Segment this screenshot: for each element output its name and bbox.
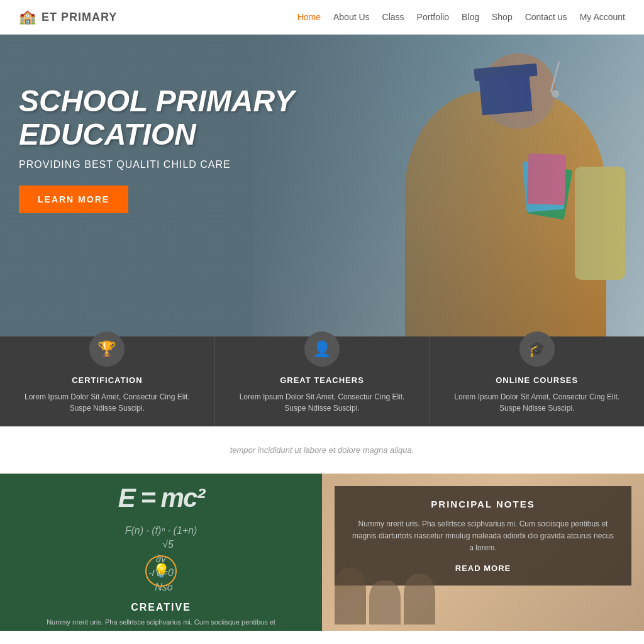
creative-desc: Nummy nrerit uris. Pha sellrtsce sciphva… (0, 618, 322, 631)
courses-desc: Lorem Ipsum Dolor Sit Amet, Consectur Ci… (448, 391, 625, 414)
feature-teachers: 👤 GREAT TEACHERS Lorem Ipsum Dolor Sit A… (215, 336, 430, 426)
certification-icon: 🏆 (89, 331, 125, 367)
hero-title: SCHOOL PRIMARY EDUCATION (19, 85, 294, 152)
feature-certification: 🏆 CERTIFICATION Lorem Ipsum Dolor Sit Am… (0, 336, 215, 426)
middle-section: tempor incididunt ut labore et dolore ma… (0, 426, 644, 474)
teachers-title: GREAT TEACHERS (280, 375, 364, 385)
hero-section: SCHOOL PRIMARY EDUCATION PROVIDING BEST … (0, 35, 644, 343)
hero-content: SCHOOL PRIMARY EDUCATION PROVIDING BEST … (0, 85, 313, 213)
certification-title: CERTIFICATION (72, 375, 142, 385)
principal-title: PRINCIPAL NOTES (350, 499, 616, 509)
courses-icon: 🎓 (519, 331, 555, 367)
site-logo: 🏫 ET PRIMARY (19, 9, 117, 25)
card-principal: PRINCIPAL NOTES Nummy nrerit uris. Pha s… (322, 474, 644, 631)
bottom-cards: E = mc² F(n) · (f)ⁿ · (1+n) √5 ∂v -rV=0 … (0, 474, 644, 631)
logo-text: ET PRIMARY (42, 11, 117, 24)
site-header: 🏫 ET PRIMARY Home About Us Class Portfol… (0, 0, 644, 35)
nav-contact[interactable]: Contact us (525, 12, 567, 22)
lightbulb-icon: 💡 (145, 555, 177, 587)
nav-account[interactable]: My Account (580, 12, 625, 22)
teachers-icon: 👤 (304, 331, 340, 367)
principal-desc: Nummy nrerit uris. Pha sellrtsce sciphva… (350, 518, 616, 555)
nav-about[interactable]: About Us (333, 12, 370, 22)
nav-home[interactable]: Home (297, 12, 321, 22)
main-nav: Home About Us Class Portfolio Blog Shop … (297, 12, 625, 22)
nav-blog[interactable]: Blog (462, 12, 479, 22)
creative-title: CREATIVE (0, 602, 322, 613)
certification-desc: Lorem Ipsum Dolor Sit Amet, Consectur Ci… (19, 391, 196, 414)
nav-portfolio[interactable]: Portfolio (417, 12, 449, 22)
middle-tagline: tempor incididunt ut labore et dolore ma… (0, 445, 644, 455)
courses-title: ONLINE COURSES (496, 375, 578, 385)
features-section: 🏆 CERTIFICATION Lorem Ipsum Dolor Sit Am… (0, 336, 644, 426)
nav-shop[interactable]: Shop (492, 12, 513, 22)
nav-class[interactable]: Class (382, 12, 404, 22)
learn-more-button[interactable]: LEARN MORE (19, 186, 128, 213)
logo-icon: 🏫 (19, 9, 36, 25)
hero-subtitle: PROVIDING BEST QUALITI CHILD CARE (19, 159, 294, 170)
card-creative: E = mc² F(n) · (f)ⁿ · (1+n) √5 ∂v -rV=0 … (0, 474, 322, 631)
teachers-desc: Lorem Ipsum Dolor Sit Amet, Consectur Ci… (234, 391, 411, 414)
chalkboard-formula: E = mc² (0, 483, 322, 513)
feature-courses: 🎓 ONLINE COURSES Lorem Ipsum Dolor Sit A… (430, 336, 644, 426)
